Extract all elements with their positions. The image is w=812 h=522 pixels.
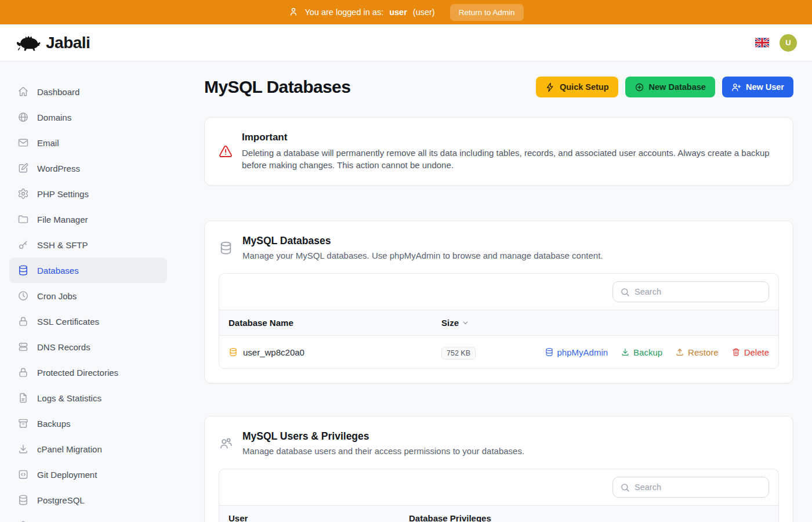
- chevron-down-icon: [462, 319, 469, 327]
- user-avatar[interactable]: U: [780, 34, 797, 52]
- delete-action[interactable]: Delete: [731, 347, 769, 357]
- sidebar-item-wordpress[interactable]: WordPress: [9, 155, 167, 181]
- sidebar-item-postgresql[interactable]: PostgreSQL: [9, 487, 167, 513]
- column-database-name: Database Name: [229, 318, 441, 328]
- sidebar-item-label: WordPress: [37, 164, 80, 173]
- sidebar-item-partial-item[interactable]: [9, 513, 167, 522]
- users-search[interactable]: [612, 477, 769, 498]
- users-table: User Database Privileges: [219, 469, 779, 522]
- sidebar-item-ssl-certificates[interactable]: SSL Certificates: [9, 309, 167, 334]
- databases-section-title: MySQL Databases: [242, 235, 603, 247]
- lock-icon: [17, 316, 29, 327]
- sidebar-item-email[interactable]: Email: [9, 130, 167, 155]
- folder-icon: [17, 213, 29, 225]
- sidebar-item-backups[interactable]: Backups: [9, 411, 167, 436]
- users-icon: [219, 436, 233, 451]
- language-flag-icon[interactable]: [755, 38, 769, 48]
- column-user: User: [229, 513, 409, 522]
- sidebar-item-label: Git Deployment: [37, 470, 97, 480]
- phpmyadmin-action[interactable]: phpMyAdmin: [545, 347, 608, 357]
- sidebar-item-label: SSL Certificates: [37, 317, 99, 327]
- plus-circle-icon: [635, 82, 644, 92]
- users-card: MySQL Users & Privileges Manage database…: [204, 416, 793, 522]
- new-database-button[interactable]: New Database: [625, 77, 715, 97]
- gear-icon: [17, 188, 29, 200]
- database-icon: [229, 347, 238, 357]
- sidebar-item-label: Dashboard: [37, 87, 79, 97]
- sidebar-item-label: SSH & SFTP: [37, 240, 88, 250]
- search-icon: [620, 483, 630, 492]
- sidebar-item-databases[interactable]: Databases: [9, 258, 167, 283]
- backup-action[interactable]: Backup: [621, 347, 662, 357]
- size-badge: 752 KB: [441, 347, 476, 360]
- restore-action[interactable]: Restore: [675, 347, 719, 357]
- home-icon: [17, 86, 29, 97]
- sidebar-item-dns-records[interactable]: DNS Records: [9, 334, 167, 360]
- sidebar-item-label: PHP Settings: [37, 189, 89, 199]
- database-name: user_wp8c20a0: [243, 347, 304, 357]
- key-icon: [17, 239, 29, 251]
- database-icon: [17, 494, 29, 506]
- databases-card: MySQL Databases Manage your MySQL databa…: [204, 220, 793, 383]
- return-to-admin-button[interactable]: Return to Admin: [450, 4, 524, 21]
- sidebar-item-logs-statistics[interactable]: Logs & Statistics: [9, 385, 167, 411]
- file-icon: [17, 392, 29, 404]
- sidebar-item-file-manager[interactable]: File Manager: [9, 206, 167, 232]
- mail-icon: [17, 137, 29, 148]
- database-row: user_wp8c20a0752 KBphpMyAdminBackupResto…: [219, 336, 778, 368]
- upload-icon: [675, 347, 684, 357]
- sidebar-item-cron-jobs[interactable]: Cron Jobs: [9, 283, 167, 309]
- column-size-sort[interactable]: Size: [441, 318, 469, 328]
- sidebar-item-label: Protected Directories: [37, 368, 118, 378]
- warning-title: Important: [242, 132, 779, 143]
- sidebar-item-label: Domains: [37, 113, 71, 122]
- database-icon: [545, 347, 554, 357]
- sidebar: DashboardDomainsEmailWordPressPHP Settin…: [0, 61, 176, 522]
- sidebar-item-label: Cron Jobs: [37, 291, 77, 301]
- databases-search[interactable]: [612, 281, 769, 302]
- quick-setup-button[interactable]: Quick Setup: [536, 77, 618, 97]
- logged-in-username: user: [389, 8, 407, 17]
- users-search-input[interactable]: [635, 483, 762, 492]
- person-icon: [288, 6, 299, 19]
- sidebar-item-label: Email: [37, 138, 59, 148]
- sidebar-item-protected-directories[interactable]: Protected Directories: [9, 360, 167, 385]
- sidebar-item-cpanel-migration[interactable]: cPanel Migration: [9, 436, 167, 462]
- sidebar-item-ssh-sftp[interactable]: SSH & SFTP: [9, 232, 167, 258]
- archive-icon: [17, 418, 29, 429]
- trash-icon: [731, 347, 741, 357]
- brand-name: Jabali: [46, 34, 90, 52]
- sidebar-item-dashboard[interactable]: Dashboard: [9, 79, 167, 104]
- pencil-icon: [17, 162, 29, 174]
- code-icon: [17, 469, 29, 480]
- main-content: MySQL Databases Quick Setup New Database…: [176, 61, 812, 522]
- impersonation-banner: You are logged in as: user (user) Return…: [0, 0, 812, 24]
- sidebar-item-label: cPanel Migration: [37, 444, 102, 454]
- users-section-title: MySQL Users & Privileges: [242, 430, 524, 443]
- app-header: Jabali U: [0, 24, 812, 61]
- lock-icon: [17, 367, 29, 378]
- brand-logo: Jabali: [15, 32, 90, 53]
- user-plus-icon: [731, 82, 741, 92]
- sidebar-item-php-settings[interactable]: PHP Settings: [9, 181, 167, 206]
- download-icon: [17, 443, 29, 455]
- sidebar-item-label: Logs & Statistics: [37, 393, 102, 403]
- warning-card: Important Deleting a database will perma…: [204, 117, 793, 186]
- page-title: MySQL Databases: [204, 77, 350, 97]
- lightning-icon: [545, 82, 555, 92]
- globe-icon: [17, 111, 29, 123]
- sidebar-item-domains[interactable]: Domains: [9, 104, 167, 130]
- database-name-cell: user_wp8c20a0: [229, 347, 441, 357]
- download-icon: [621, 347, 630, 357]
- sidebar-item-label: DNS Records: [37, 342, 90, 352]
- clock-icon: [17, 290, 29, 302]
- databases-search-input[interactable]: [635, 287, 762, 296]
- database-icon: [17, 264, 29, 276]
- sidebar-item-label: Databases: [37, 266, 79, 276]
- logged-in-prefix: You are logged in as:: [304, 8, 383, 17]
- database-icon: [219, 241, 233, 255]
- new-user-button[interactable]: New User: [722, 77, 793, 97]
- logged-in-suffix: (user): [413, 8, 435, 17]
- sidebar-item-git-deployment[interactable]: Git Deployment: [9, 462, 167, 487]
- sidebar-item-label: Backups: [37, 419, 71, 429]
